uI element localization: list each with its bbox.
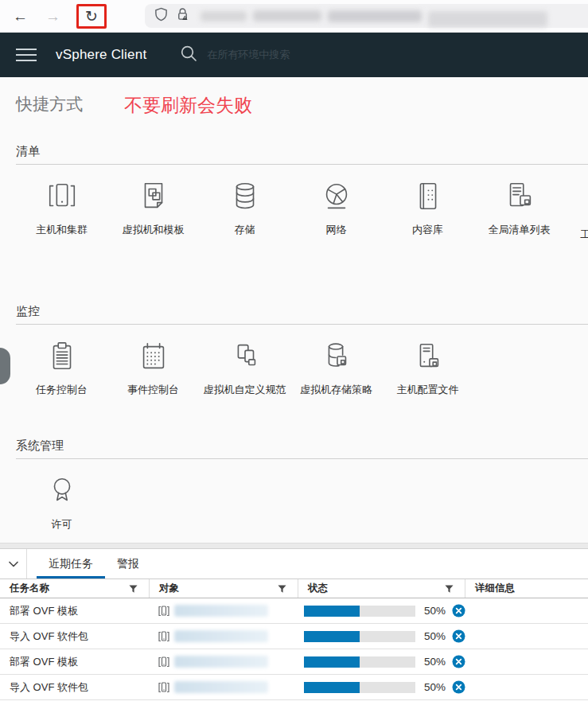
browser-back-icon[interactable]: ← — [8, 6, 33, 27]
cancel-task-icon[interactable] — [452, 655, 465, 668]
panel-separator[interactable] — [0, 543, 588, 549]
column-header-status[interactable]: 状态 — [298, 579, 465, 598]
progress-label: 50% — [424, 605, 446, 617]
progress-bar — [304, 606, 415, 617]
task-name: 导入 OVF 软件包 — [0, 629, 150, 644]
progress-bar — [304, 682, 415, 693]
app-title: vSphere Client — [56, 47, 146, 63]
admin-grid: 许可 — [16, 472, 588, 532]
shortcut-content-libraries[interactable]: 内容库 — [382, 177, 473, 237]
storage-icon — [228, 177, 262, 216]
event-console-icon — [137, 337, 170, 376]
sidebar-collapse-handle[interactable] — [0, 348, 10, 384]
shortcuts-page: 快捷方式 不要刷新会失败 清单 主机和集群 虚拟机和模板 — [0, 77, 588, 543]
vms-templates-icon — [137, 177, 170, 216]
redacted-object-name — [174, 681, 268, 693]
insecure-lock-icon[interactable] — [176, 7, 189, 25]
content-library-icon — [411, 177, 445, 216]
shortcut-event-console[interactable]: 事件控制台 — [107, 337, 199, 397]
network-icon — [320, 177, 353, 216]
host-icon — [158, 681, 170, 694]
shortcut-storage[interactable]: 存储 — [199, 177, 290, 237]
panel-collapse-button[interactable] — [0, 549, 27, 578]
hamburger-menu-icon[interactable] — [16, 49, 37, 61]
shortcut-vm-customization-specs[interactable]: 虚拟机自定义规范 — [199, 337, 290, 397]
tab-recent-tasks[interactable]: 近期任务 — [37, 549, 105, 578]
annotation-text: 不要刷新会失败 — [124, 96, 252, 115]
progress-label: 50% — [424, 630, 446, 642]
shortcut-label: 虚拟机存储策略 — [300, 383, 372, 397]
tasks-tabbar: 近期任务 警报 — [0, 549, 588, 578]
tab-alarms[interactable]: 警报 — [105, 549, 151, 578]
browser-refresh-icon[interactable]: ↻ — [85, 9, 98, 24]
cancel-task-icon[interactable] — [452, 680, 465, 694]
section-title-administration: 系统管理 — [16, 438, 588, 459]
progress-label: 50% — [424, 681, 446, 693]
shortcut-label: 内容库 — [412, 223, 443, 237]
shortcut-label: 存储 — [235, 223, 255, 237]
vsphere-header: vSphere Client 在所有环境中搜索 — [0, 33, 588, 77]
shortcut-global-inventory-lists[interactable]: 全局清单列表 — [473, 177, 565, 237]
filter-icon[interactable] — [278, 585, 286, 596]
shortcut-vms-and-templates[interactable]: 虚拟机和模板 — [107, 177, 199, 237]
filter-icon[interactable] — [129, 585, 138, 596]
recent-tasks-panel: 近期任务 警报 任务名称 对象 状态 详细信息 部署 OVF 模板 — [0, 549, 588, 700]
monitor-grid: 任务控制台 事件控制台 — [16, 337, 588, 397]
search-icon[interactable] — [180, 45, 197, 65]
cancel-task-icon[interactable] — [452, 629, 465, 643]
browser-forward-icon[interactable]: → — [41, 6, 65, 27]
shield-icon[interactable] — [154, 7, 168, 25]
filter-icon[interactable] — [445, 585, 454, 596]
host-icon — [158, 630, 170, 643]
column-header-details[interactable]: 详细信息 — [465, 579, 588, 598]
shortcut-label: 事件控制台 — [127, 383, 179, 397]
shortcut-networking[interactable]: 网络 — [290, 177, 382, 237]
shortcut-label: 虚拟机和模板 — [123, 223, 185, 237]
shortcut-cutoff-item[interactable]: 工 — [580, 228, 588, 242]
shortcut-label: 虚拟机自定义规范 — [204, 383, 286, 397]
shortcut-hosts-and-clusters[interactable]: 主机和集群 — [16, 177, 107, 237]
task-name: 导入 OVF 软件包 — [0, 680, 150, 695]
chevron-down-icon — [7, 558, 20, 571]
vm-storage-policy-icon — [320, 337, 353, 376]
shortcut-label: 许可 — [52, 517, 72, 532]
task-row[interactable]: 部署 OVF 模板 50% — [0, 649, 588, 675]
task-row[interactable]: 部署 OVF 模板 50% — [0, 598, 588, 624]
shortcut-licensing[interactable]: 许可 — [16, 472, 107, 532]
redacted-object-name — [174, 605, 268, 617]
global-inventory-icon — [503, 177, 536, 216]
search-input[interactable]: 在所有环境中搜索 — [207, 48, 290, 62]
shortcut-label: 主机配置文件 — [397, 383, 459, 397]
shortcut-label: 任务控制台 — [36, 383, 88, 397]
host-profiles-icon — [411, 337, 445, 376]
refresh-highlight-box: ↻ — [76, 4, 107, 29]
task-name: 部署 OVF 模板 — [0, 604, 150, 618]
progress-bar — [304, 656, 415, 668]
redacted-object-name — [174, 630, 268, 642]
section-title-inventory: 清单 — [16, 144, 588, 165]
task-name: 部署 OVF 模板 — [0, 655, 150, 669]
page-title: 快捷方式 — [16, 93, 83, 115]
redacted-url — [201, 8, 547, 24]
redacted-object-name — [174, 656, 268, 668]
licensing-icon — [45, 472, 79, 510]
shortcut-task-console[interactable]: 任务控制台 — [16, 337, 107, 397]
task-console-icon — [45, 337, 79, 376]
column-header-task-name[interactable]: 任务名称 — [0, 579, 150, 598]
browser-toolbar: ← → ↻ — [0, 0, 588, 33]
column-header-object[interactable]: 对象 — [150, 579, 298, 598]
host-icon — [158, 605, 170, 617]
vm-customization-icon — [228, 337, 262, 376]
task-row[interactable]: 导入 OVF 软件包 50% — [0, 675, 588, 700]
shortcut-host-profiles[interactable]: 主机配置文件 — [382, 337, 473, 397]
shortcut-label: 全局清单列表 — [489, 223, 551, 237]
task-row[interactable]: 导入 OVF 软件包 50% — [0, 624, 588, 649]
host-icon — [158, 656, 170, 668]
cancel-task-icon[interactable] — [452, 604, 465, 617]
shortcut-label: 网络 — [326, 223, 347, 237]
shortcut-vm-storage-policies[interactable]: 虚拟机存储策略 — [290, 337, 382, 397]
shortcut-label: 主机和集群 — [36, 223, 88, 237]
address-bar[interactable] — [145, 4, 588, 28]
progress-bar — [304, 631, 415, 642]
hosts-clusters-icon — [45, 177, 79, 216]
